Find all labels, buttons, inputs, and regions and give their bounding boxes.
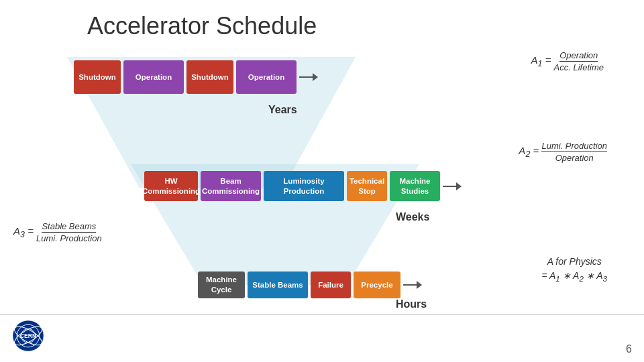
box-operation-2: Operation — [236, 60, 297, 94]
weeks-label: Weeks — [396, 211, 429, 223]
row1-arrow — [299, 73, 319, 81]
row-weeks: HW Commissioning Beam Commissioning Lumi… — [144, 171, 463, 201]
box-hw-commissioning: HW Commissioning — [144, 171, 198, 201]
box-shutdown-2: Shutdown — [186, 60, 233, 94]
row2-arrow — [443, 182, 463, 190]
formula-a1: A1 = Operation Acc. Lifetime — [531, 50, 604, 72]
formula-a-physics: A for Physics = A1 ∗ A2 ∗ A3 — [541, 255, 607, 284]
cern-logo: CERN — [12, 320, 44, 352]
bottom-divider — [0, 314, 644, 315]
formula-a2: A2 = Lumi. Production Operation — [519, 141, 607, 163]
box-luminosity: Luminosity Production — [264, 171, 344, 201]
box-technical-stop: Technical Stop — [347, 171, 387, 201]
box-beam-commissioning: Beam Commissioning — [201, 171, 261, 201]
box-stable-beams: Stable Beams — [248, 272, 308, 298]
svg-text:CERN: CERN — [20, 333, 36, 339]
box-machine-studies: Machine Studies — [390, 171, 440, 201]
formula-a3: A3 = Stable Beams Lumi. Production — [13, 221, 102, 243]
box-operation-1: Operation — [123, 60, 184, 94]
box-machine-cycle: Machine Cycle — [198, 272, 245, 298]
row-hours: Machine Cycle Stable Beams Failure Precy… — [198, 272, 423, 298]
hours-label: Hours — [396, 298, 427, 310]
years-label: Years — [268, 104, 297, 116]
page-title: Accelerator Schedule — [87, 12, 317, 40]
box-failure: Failure — [311, 272, 351, 298]
box-precycle: Precycle — [354, 272, 400, 298]
row-years: Shutdown Operation Shutdown Operation — [74, 60, 319, 94]
row3-arrow — [403, 281, 423, 289]
page-number: 6 — [626, 343, 632, 355]
box-shutdown-1: Shutdown — [74, 60, 121, 94]
